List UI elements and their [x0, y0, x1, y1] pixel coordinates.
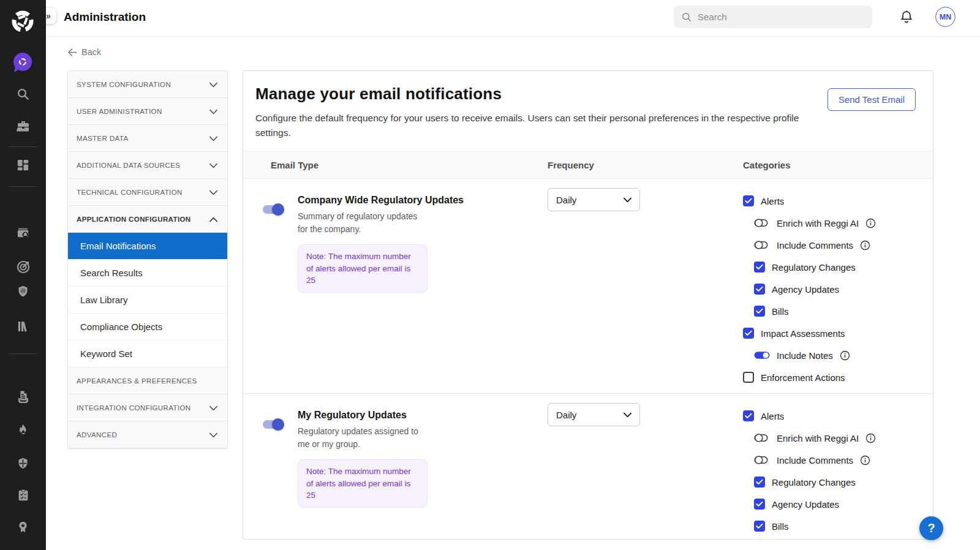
max-alerts-note: Note: The maximum number of alerts allow… — [298, 244, 428, 293]
award-icon[interactable] — [16, 519, 31, 534]
library-icon[interactable] — [16, 318, 31, 333]
category-checkbox[interactable] — [754, 262, 765, 273]
briefcase-icon[interactable] — [16, 119, 31, 134]
sidebar-item-keyword-set[interactable]: Keyword Set — [68, 341, 227, 367]
sidebar-section-label: ADVANCED — [77, 431, 117, 439]
category-label: Bills — [772, 306, 789, 317]
category-label: Regulatory Changes — [772, 262, 856, 273]
category-checkbox[interactable] — [754, 521, 765, 532]
info-icon[interactable] — [865, 218, 876, 228]
back-label: Back — [81, 47, 101, 57]
category-list: AlertsEnrich with Reggi AIInclude Commen… — [743, 410, 933, 532]
row-enable-toggle[interactable] — [262, 418, 284, 431]
sidebar-item-law-library[interactable]: Law Library — [68, 287, 227, 314]
category-checkbox[interactable] — [743, 372, 754, 383]
notifications-bell-icon[interactable] — [899, 9, 914, 24]
category-checkbox[interactable] — [754, 284, 765, 295]
column-frequency: Frequency — [548, 160, 715, 170]
category-toggle[interactable] — [754, 218, 770, 228]
send-test-email-button[interactable]: Send Test Email — [827, 88, 916, 111]
category-checkbox[interactable] — [743, 328, 754, 339]
info-icon[interactable] — [865, 433, 876, 443]
sidebar-section-label: APPEARANCES & PREFERENCES — [77, 377, 197, 385]
target-icon[interactable] — [16, 260, 31, 274]
chevron-down-icon — [209, 160, 217, 171]
search-input[interactable] — [698, 12, 865, 22]
sidebar-section-system-configuration[interactable]: SYSTEM CONFIGURATION — [68, 71, 227, 98]
category-label: Regulatory Changes — [772, 477, 856, 488]
content-area: Back SYSTEM CONFIGURATIONUSER ADMINISTRA… — [46, 37, 980, 550]
table-row: Company Wide Regulatory UpdatesSummary o… — [243, 179, 933, 393]
category-item: Regulatory Changes — [754, 261, 933, 273]
document-tray-icon[interactable] — [16, 390, 31, 404]
categories-cell: AlertsEnrich with Reggi AIInclude Commen… — [715, 394, 933, 540]
category-toggle[interactable] — [754, 350, 770, 360]
chevron-down-icon — [209, 79, 217, 90]
email-type-name: My Regulatory Updates — [298, 410, 429, 421]
category-checkbox[interactable] — [754, 306, 765, 317]
category-checkbox[interactable] — [754, 499, 765, 510]
info-icon[interactable] — [840, 350, 850, 361]
sidebar-item-email-notifications[interactable]: Email Notifications — [68, 233, 227, 260]
ai-assistant-icon[interactable] — [13, 53, 32, 71]
sidebar-section-integration-configuration[interactable]: INTEGRATION CONFIGURATION — [68, 394, 227, 421]
sidebar-section-label: APPLICATION CONFIGURATION — [77, 216, 191, 223]
frequency-select[interactable]: Daily — [548, 188, 640, 211]
sidebar-section-user-administration[interactable]: USER ADMINISTRATION — [68, 98, 227, 125]
sidebar-section-label: ADDITIONAL DATA SOURCES — [77, 162, 180, 169]
column-categories: Categories — [715, 160, 933, 170]
search-icon[interactable] — [16, 86, 31, 101]
shield-globe-icon[interactable] — [16, 284, 31, 298]
card-title: Manage your email notifications — [255, 85, 921, 104]
help-button[interactable]: ? — [919, 516, 943, 540]
category-checkbox[interactable] — [754, 477, 765, 488]
category-checkbox[interactable] — [743, 410, 754, 421]
settings-sidebar: SYSTEM CONFIGURATIONUSER ADMINISTRATIONM… — [67, 70, 228, 449]
email-type-name: Company Wide Regulatory Updates — [298, 195, 464, 206]
app-logo-icon[interactable] — [9, 7, 37, 36]
sidebar-section-advanced[interactable]: ADVANCED — [68, 421, 227, 448]
info-icon[interactable] — [860, 455, 870, 465]
info-icon[interactable] — [860, 240, 870, 251]
category-item: Enrich with Reggi AI — [754, 217, 933, 229]
clipboard-check-icon[interactable] — [16, 488, 31, 502]
sidebar-section-master-data[interactable]: MASTER DATA — [68, 125, 227, 152]
chevron-down-icon — [209, 402, 217, 413]
frequency-select[interactable]: Daily — [548, 403, 640, 426]
flame-icon[interactable] — [16, 423, 31, 437]
chevron-down-icon — [209, 133, 217, 144]
user-avatar[interactable]: MN — [935, 7, 956, 27]
frequency-cell: Daily — [548, 394, 715, 540]
category-label: Agency Updates — [772, 284, 839, 295]
sidebar-item-search-results[interactable]: Search Results — [68, 260, 227, 287]
category-item: Agency Updates — [754, 283, 933, 295]
subscriptions-icon[interactable] — [16, 224, 31, 239]
back-link[interactable]: Back — [67, 47, 101, 57]
sidebar-section-application-configuration[interactable]: APPLICATION CONFIGURATION — [68, 206, 227, 233]
chevron-down-icon — [209, 187, 217, 198]
rail-divider — [9, 146, 37, 147]
category-toggle[interactable] — [754, 433, 770, 443]
email-type-description: Regulatory updates assigned to me or my … — [298, 425, 429, 451]
global-search[interactable] — [674, 6, 872, 28]
dashboard-icon[interactable] — [16, 157, 31, 172]
sidebar-section-appearances-preferences[interactable]: APPEARANCES & PREFERENCES — [68, 367, 227, 394]
sidebar-item-compliance-objects[interactable]: Compliance Objects — [68, 314, 227, 341]
category-label: Alerts — [761, 196, 784, 206]
email-type-rows: Company Wide Regulatory UpdatesSummary o… — [243, 179, 933, 540]
shield-icon[interactable] — [16, 456, 31, 470]
toggle-knob — [272, 418, 284, 431]
category-toggle[interactable] — [754, 455, 770, 465]
row-enable-toggle[interactable] — [262, 203, 284, 216]
sidebar-section-additional-data-sources[interactable]: ADDITIONAL DATA SOURCES — [68, 152, 227, 179]
sidebar-section-label: INTEGRATION CONFIGURATION — [77, 404, 191, 412]
toggle-knob — [272, 203, 284, 216]
category-item: Alerts — [743, 195, 933, 207]
table-row: My Regulatory UpdatesRegulatory updates … — [243, 393, 933, 540]
frequency-value: Daily — [556, 195, 576, 205]
category-label: Enrich with Reggi AI — [777, 433, 859, 443]
category-checkbox[interactable] — [743, 195, 754, 206]
category-toggle[interactable] — [754, 240, 770, 250]
sidebar-section-label: SYSTEM CONFIGURATION — [77, 81, 171, 88]
sidebar-section-technical-configuration[interactable]: TECHNICAL CONFIGURATION — [68, 179, 227, 206]
